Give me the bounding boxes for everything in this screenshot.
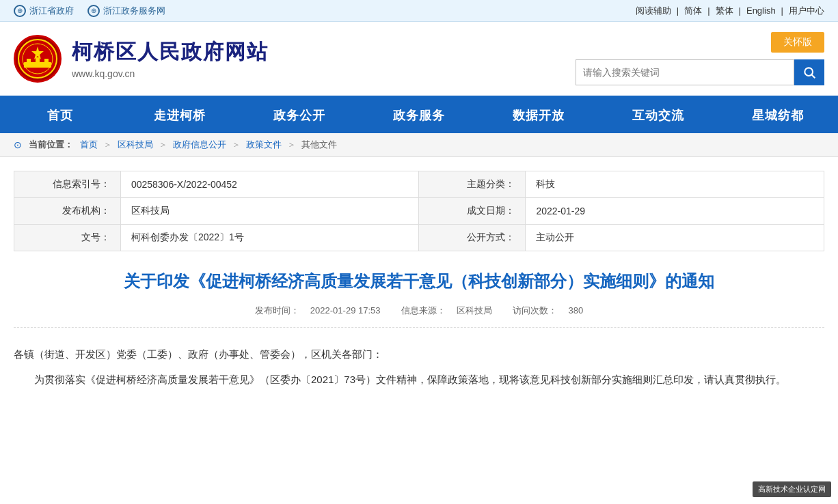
divider1: |: [677, 5, 679, 16]
label-open-method: 公开方式：: [419, 225, 526, 251]
breadcrumb-sep1: ＞: [103, 139, 112, 151]
source: 区科技局: [457, 305, 492, 316]
visit-count: 380: [568, 305, 583, 316]
globe-icon-1: ⊕: [14, 5, 26, 17]
publish-time-label: 发布时间：: [255, 305, 299, 316]
logo-area: 柯桥区人民政府网站 www.kq.gov.cn: [14, 35, 269, 83]
search-button[interactable]: [794, 59, 824, 85]
top-bar-right: 阅读辅助 | 简体 | 繁体 | English | 用户中心: [636, 5, 824, 17]
main-content: 信息索引号： 00258306-X/2022-00452 主题分类： 科技 发布…: [0, 157, 838, 412]
article-title: 关于印发《促进柯桥经济高质量发展若干意见（科技创新部分）实施细则》的通知: [14, 268, 824, 294]
user-center-link[interactable]: 用户中心: [789, 5, 824, 17]
info-row-1: 信息索引号： 00258306-X/2022-00452 主题分类： 科技: [14, 171, 824, 198]
location-icon: ⊙: [14, 139, 22, 150]
english-link[interactable]: English: [746, 5, 776, 16]
article-meta: 发布时间：2022-01-29 17:53 信息来源：区科技局 访问次数：380: [14, 305, 824, 328]
breadcrumb-gov-info[interactable]: 政府信息公开: [173, 139, 226, 151]
zhejiang-service-link[interactable]: ⊕ 浙江政务服务网: [87, 5, 165, 17]
logo-text: 柯桥区人民政府网站 www.kq.gov.cn: [72, 38, 269, 79]
info-row-3: 文号： 柯科创委办发〔2022〕1号 公开方式： 主动公开: [14, 225, 824, 251]
breadcrumb-policy[interactable]: 政策文件: [246, 139, 282, 151]
source-label: 信息来源：: [401, 305, 446, 316]
reading-aid-link[interactable]: 阅读辅助: [636, 5, 671, 17]
value-index: 00258306-X/2022-00452: [120, 171, 419, 198]
label-publisher: 发布机构：: [14, 198, 121, 225]
visit-label: 访问次数：: [513, 305, 557, 316]
publish-time: 2022-01-29 17:53: [310, 305, 381, 316]
breadcrumb-sep2: ＞: [159, 139, 167, 151]
value-doc-num: 柯科创委办发〔2022〕1号: [120, 225, 419, 251]
breadcrumb-sci-bureau[interactable]: 区科技局: [118, 139, 153, 151]
zhejiang-service-label: 浙江政务服务网: [103, 5, 165, 17]
top-bar-left: ⊕ 浙江省政府 ⊕ 浙江政务服务网: [14, 5, 165, 17]
main-nav: 首页 走进柯桥 政务公开 政务服务 数据开放 互动交流 星城纺都: [0, 98, 838, 133]
simplified-link[interactable]: 简体: [684, 5, 702, 17]
zhejiang-gov-link[interactable]: ⊕ 浙江省政府: [14, 5, 74, 17]
value-open-method: 主动公开: [526, 225, 824, 251]
breadcrumb-prefix: 当前位置：: [29, 139, 73, 151]
breadcrumb-sep4: ＞: [287, 139, 296, 151]
nav-item-home[interactable]: 首页: [0, 98, 120, 133]
divider3: |: [739, 5, 741, 16]
globe-icon-2: ⊕: [87, 5, 100, 17]
value-category: 科技: [526, 171, 824, 198]
traditional-link[interactable]: 繁体: [716, 5, 733, 17]
top-bar: ⊕ 浙江省政府 ⊕ 浙江政务服务网 阅读辅助 | 简体 | 繁体 | Engli…: [0, 0, 838, 22]
divider2: |: [707, 5, 709, 16]
svg-rect-3: [27, 59, 31, 63]
info-row-2: 发布机构： 区科技局 成文日期： 2022-01-29: [14, 198, 824, 225]
label-index: 信息索引号：: [14, 171, 121, 198]
svg-rect-4: [36, 57, 40, 63]
info-table: 信息索引号： 00258306-X/2022-00452 主题分类： 科技 发布…: [14, 171, 824, 251]
care-version-button[interactable]: 关怀版: [771, 32, 824, 53]
site-url: www.kq.gov.cn: [72, 68, 269, 79]
nav-item-about[interactable]: 走进柯桥: [120, 98, 239, 133]
site-name: 柯桥区人民政府网站: [72, 38, 269, 66]
nav-item-gov-open[interactable]: 政务公开: [239, 98, 359, 133]
nav-item-gov-service[interactable]: 政务服务: [359, 98, 478, 133]
breadcrumb: ⊙ 当前位置： 首页 ＞ 区科技局 ＞ 政府信息公开 ＞ 政策文件 ＞ 其他文件: [0, 133, 838, 157]
divider4: |: [781, 5, 783, 16]
search-area: [576, 59, 824, 85]
breadcrumb-sep3: ＞: [232, 139, 241, 151]
breadcrumb-current: 其他文件: [301, 139, 337, 151]
label-date: 成文日期：: [419, 198, 526, 225]
value-publisher: 区科技局: [120, 198, 419, 225]
nav-item-data-open[interactable]: 数据开放: [479, 98, 599, 133]
svg-line-8: [812, 75, 815, 79]
nav-item-star-city[interactable]: 星城纺都: [718, 98, 838, 133]
article-body: 各镇（街道、开发区）党委（工委）、政府（办事处、管委会），区机关各部门： 为贯彻…: [14, 341, 824, 399]
search-input[interactable]: [576, 59, 794, 85]
breadcrumb-home[interactable]: 首页: [80, 139, 98, 151]
label-doc-num: 文号：: [14, 225, 121, 251]
zhejiang-gov-label: 浙江省政府: [29, 5, 74, 17]
header-right: 关怀版: [576, 32, 824, 85]
nav-item-interaction[interactable]: 互动交流: [599, 98, 718, 133]
value-date: 2022-01-29: [526, 198, 824, 225]
header: 柯桥区人民政府网站 www.kq.gov.cn 关怀版: [0, 22, 838, 98]
logo-emblem: [14, 35, 62, 83]
label-category: 主题分类：: [419, 171, 526, 198]
svg-rect-5: [44, 59, 49, 63]
svg-rect-2: [24, 62, 51, 68]
body-paragraph-2: 为贯彻落实《促进柯桥经济高质量发展若干意见》（区委办〔2021〕73号）文件精神…: [14, 370, 824, 389]
body-paragraph-1: 各镇（街道、开发区）党委（工委）、政府（办事处、管委会），区机关各部门：: [14, 345, 824, 363]
svg-point-7: [805, 68, 813, 76]
